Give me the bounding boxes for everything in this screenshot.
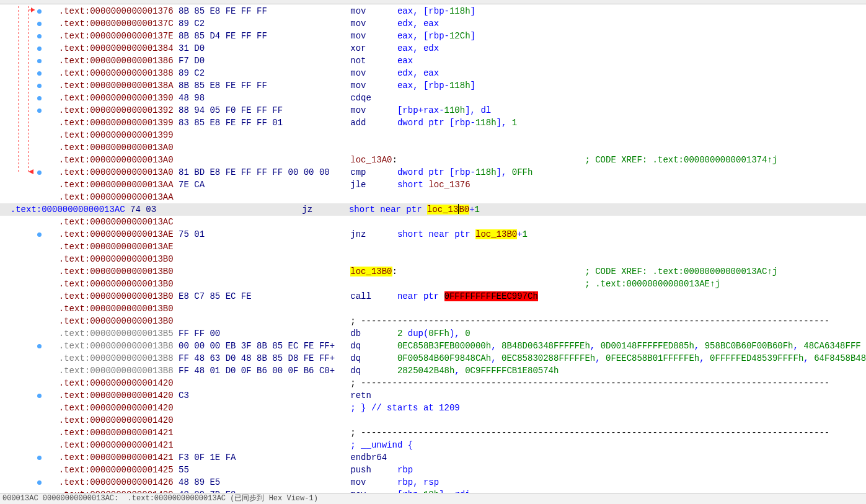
asm-text[interactable]: .text:0000000000001421 ; ---------------… [48, 427, 866, 439]
asm-text[interactable]: .text:00000000000013B0 [48, 303, 866, 315]
asm-text[interactable]: .text:00000000000013B0 [48, 253, 866, 265]
asm-text[interactable]: .text:000000000000137C 89 C2 mov edx, ea… [48, 17, 866, 30]
asm-line[interactable]: .text:0000000000001420 C3 retn [0, 389, 866, 402]
gutter [0, 327, 48, 340]
asm-text[interactable]: .text:00000000000013B0 ; ---------------… [48, 315, 866, 327]
asm-line[interactable]: .text:0000000000001388 89 C2 mov edx, ea… [0, 67, 866, 79]
asm-text[interactable]: .text:00000000000013B5 FF FF 00 db 2 dup… [48, 327, 866, 340]
asm-text[interactable]: .text:00000000000013A0 81 BD E8 FE FF FF… [48, 166, 866, 179]
asm-text[interactable]: .text:0000000000001429 48 89 7D E8 mov [… [48, 489, 866, 493]
asm-text[interactable]: .text:0000000000001399 83 85 E8 FE FF FF… [48, 117, 866, 129]
asm-line[interactable]: .text:000000000000137E 8B 85 D4 FE FF FF… [0, 30, 866, 42]
asm-text[interactable]: .text:00000000000013B8 00 00 00 EB 3F 8B… [48, 340, 866, 352]
asm-line[interactable]: .text:0000000000001390 48 98 cdqe [0, 92, 866, 104]
asm-text[interactable]: .text:00000000000013B0 ; .text:000000000… [48, 278, 866, 290]
asm-text[interactable]: .text:0000000000001392 88 94 05 F0 FE FF… [48, 104, 866, 117]
asm-line[interactable]: .text:00000000000013B8 FF 48 01 D0 0F B6… [0, 365, 866, 377]
asm-line[interactable]: .text:0000000000001429 48 89 7D E8 mov [… [0, 489, 866, 493]
asm-text[interactable]: .text:00000000000013AA [48, 191, 866, 203]
asm-line[interactable]: .text:0000000000001420 ; ---------------… [0, 377, 866, 389]
asm-line[interactable]: .text:0000000000001421 ; ---------------… [0, 427, 866, 439]
asm-text[interactable]: .text:00000000000013AA 7E CA jle short l… [48, 179, 866, 191]
asm-text[interactable]: .text:0000000000001386 F7 D0 not eax [48, 55, 866, 67]
asm-line[interactable]: .text:00000000000013B8 00 00 00 EB 3F 8B… [0, 340, 866, 352]
gutter [0, 464, 48, 476]
asm-text[interactable]: .text:0000000000001421 F3 0F 1E FA endbr… [48, 451, 866, 464]
asm-line[interactable]: .text:00000000000013AA 7E CA jle short l… [0, 179, 866, 191]
gutter [0, 228, 48, 241]
asm-line[interactable]: .text:0000000000001376 8B 85 E8 FE FF FF… [0, 5, 866, 17]
asm-line[interactable]: .text:0000000000001386 F7 D0 not eax [0, 55, 866, 67]
asm-line[interactable]: .text:00000000000013A0 [0, 141, 866, 154]
asm-text[interactable]: .text:0000000000001426 48 89 E5 mov rbp,… [48, 476, 866, 489]
gutter [0, 79, 48, 92]
gutter [0, 42, 48, 55]
breakpoint-dot [37, 9, 42, 14]
asm-line[interactable]: .text:00000000000013A0 81 BD E8 FE FF FF… [0, 166, 866, 179]
asm-text[interactable]: .text:0000000000001420 C3 retn [48, 389, 866, 402]
asm-line[interactable]: .text:0000000000001421 ; __unwind { [0, 439, 866, 451]
asm-line[interactable]: .text:00000000000013A0 loc_13A0: ; CODE … [0, 154, 866, 166]
asm-text[interactable]: .text:00000000000013B0 E8 C7 85 EC FE ca… [48, 290, 866, 303]
asm-text[interactable]: .text:0000000000001390 48 98 cdqe [48, 92, 866, 104]
gutter [0, 414, 48, 427]
breakpoint-dot [37, 34, 42, 38]
asm-text[interactable]: .text:0000000000001420 ; } // starts at … [48, 402, 866, 414]
asm-text[interactable]: .text:0000000000001425 55 push rbp [48, 464, 866, 476]
asm-line[interactable]: .text:00000000000013B0 loc_13B0: ; CODE … [0, 265, 866, 278]
asm-text[interactable]: .text:0000000000001384 31 D0 xor eax, ed… [48, 42, 866, 55]
asm-line[interactable]: .text:00000000000013B0 E8 C7 85 EC FE ca… [0, 290, 866, 303]
asm-line[interactable]: .text:0000000000001399 83 85 E8 FE FF FF… [0, 117, 866, 129]
asm-text[interactable]: .text:0000000000001376 8B 85 E8 FE FF FF… [48, 5, 866, 17]
breakpoint-dot [37, 22, 42, 26]
asm-text[interactable]: .text:000000000000137E 8B 85 D4 FE FF FF… [48, 30, 866, 42]
asm-line[interactable]: .text:0000000000001426 48 89 E5 mov rbp,… [0, 476, 866, 489]
asm-line[interactable]: .text:00000000000013AE [0, 241, 866, 253]
asm-text[interactable]: .text:00000000000013A0 [48, 141, 866, 154]
asm-text[interactable]: .text:0000000000001388 89 C2 mov edx, ea… [48, 67, 866, 79]
asm-text[interactable]: .text:00000000000013B8 FF 48 63 D0 48 8B… [48, 352, 866, 365]
gutter [0, 253, 48, 265]
breakpoint-dot [37, 232, 42, 237]
disassembly-listing[interactable]: .text:0000000000001376 8B 85 E8 FE FF FF… [0, 5, 866, 493]
asm-text[interactable]: .text:00000000000013AE 75 01 jnz short n… [48, 228, 866, 241]
asm-line[interactable]: .text:0000000000001399 [0, 129, 866, 141]
asm-line[interactable]: .text:00000000000013B0 [0, 253, 866, 265]
asm-line[interactable]: .text:000000000000138A 8B 85 E8 FE FF FF… [0, 79, 866, 92]
gutter [0, 166, 48, 179]
breakpoint-dot [37, 480, 42, 485]
asm-line[interactable]: .text:000000000000137C 89 C2 mov edx, ea… [0, 17, 866, 30]
asm-line[interactable]: .text:0000000000001420 [0, 414, 866, 427]
asm-text[interactable]: .text:0000000000001420 [48, 414, 866, 427]
asm-text[interactable]: .text:0000000000001399 [48, 129, 866, 141]
asm-line[interactable]: .text:00000000000013AE 75 01 jnz short n… [0, 228, 866, 241]
asm-text[interactable]: .text:0000000000001420 ; ---------------… [48, 377, 866, 389]
asm-line[interactable]: .text:00000000000013AC [0, 216, 866, 228]
asm-text[interactable]: .text:00000000000013AE [48, 241, 866, 253]
asm-line[interactable]: .text:00000000000013AA [0, 191, 866, 203]
asm-line[interactable]: .text:0000000000001420 ; } // starts at … [0, 402, 866, 414]
asm-line[interactable]: .text:00000000000013B8 FF 48 63 D0 48 8B… [0, 352, 866, 365]
asm-line[interactable]: .text:00000000000013B0 [0, 303, 866, 315]
asm-text[interactable]: .text:00000000000013AC 74 03 jz short ne… [0, 203, 866, 216]
gutter [0, 5, 48, 17]
asm-line[interactable]: .text:00000000000013B5 FF FF 00 db 2 dup… [0, 327, 866, 340]
gutter [0, 352, 48, 365]
gutter [0, 92, 48, 104]
asm-line[interactable]: .text:0000000000001384 31 D0 xor eax, ed… [0, 42, 866, 55]
asm-text[interactable]: .text:00000000000013B8 FF 48 01 D0 0F B6… [48, 365, 866, 377]
asm-line[interactable]: .text:0000000000001392 88 94 05 F0 FE FF… [0, 104, 866, 117]
asm-line[interactable]: .text:00000000000013B0 ; ---------------… [0, 315, 866, 327]
asm-line[interactable]: .text:0000000000001425 55 push rbp [0, 464, 866, 476]
asm-text[interactable]: .text:0000000000001421 ; __unwind { [48, 439, 866, 451]
asm-text[interactable]: .text:00000000000013A0 loc_13A0: ; CODE … [48, 154, 866, 166]
gutter [0, 241, 48, 253]
asm-line[interactable]: .text:0000000000001421 F3 0F 1E FA endbr… [0, 451, 866, 464]
asm-text[interactable]: .text:00000000000013AC [48, 216, 866, 228]
breakpoint-dot [37, 46, 42, 51]
gutter [0, 17, 48, 30]
asm-line[interactable]: .text:00000000000013AC 74 03 jz short ne… [0, 203, 866, 216]
asm-text[interactable]: .text:000000000000138A 8B 85 E8 FE FF FF… [48, 79, 866, 92]
asm-text[interactable]: .text:00000000000013B0 loc_13B0: ; CODE … [48, 265, 866, 278]
asm-line[interactable]: .text:00000000000013B0 ; .text:000000000… [0, 278, 866, 290]
